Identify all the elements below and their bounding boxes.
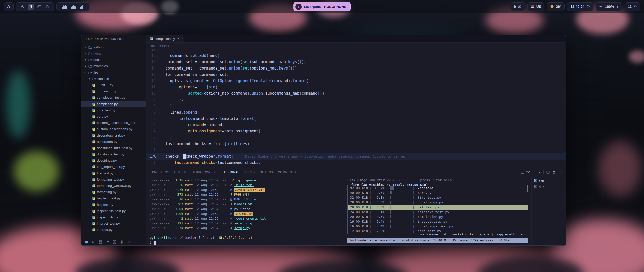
- tree-item-inspectutils-py[interactable]: inspectutils.py: [81, 214, 146, 220]
- tree-item-formatting-windows-py[interactable]: formatting_windows.py: [81, 183, 146, 189]
- tree-item-core-test-py[interactable]: core_test.py: [81, 107, 146, 113]
- tree-item-completion-test-py[interactable]: completion_test.py: [81, 94, 146, 101]
- code-text: ): [161, 134, 172, 141]
- terminal-dua[interactable]: Disk Usage Analyzer v2.29.2(press ? for …: [344, 176, 531, 245]
- file-row-col: matt: [185, 207, 195, 211]
- tree-item-fire-test-py[interactable]: fire_test.py: [81, 170, 146, 176]
- workspace-1[interactable]: [19, 4, 26, 10]
- search-icon[interactable]: [91, 240, 96, 244]
- line-number: 176: [146, 153, 161, 160]
- terminal-session-dua[interactable]: dua: [532, 184, 566, 190]
- folder-icon: [88, 46, 92, 49]
- graph-bar: [78, 6, 78, 9]
- kill-terminal-button[interactable]: [552, 171, 556, 174]
- file-row-col: 2: [173, 217, 185, 220]
- panel-tab-problems[interactable]: PROBLEMS: [150, 168, 172, 176]
- panel-tab-gitlens[interactable]: GITLENS: [257, 168, 276, 176]
- code-editor[interactable]: 17 """16 commands_set.add(name)15 comman…: [146, 49, 566, 168]
- notifications-widget[interactable]: 11: [625, 2, 640, 11]
- explorer-more-actions-icon[interactable]: ⋯: [138, 37, 142, 41]
- circle-accent-icon[interactable]: [84, 240, 89, 244]
- tree-item-formatting-test-py[interactable]: formatting_test.py: [81, 176, 146, 183]
- tree-item-decorators-py[interactable]: decorators.py: [81, 139, 146, 145]
- panel-tab-ports[interactable]: PORTS: [242, 168, 257, 176]
- graph-bar: [75, 6, 76, 9]
- panel-tab-debug-console[interactable]: DEBUG CONSOLE: [189, 168, 221, 176]
- line-number: 6: [146, 116, 161, 122]
- terminal-fish[interactable]: .rw-r--r-- 1.2k matt 12 Aug 12:32 -- ⎇ .…: [146, 176, 344, 245]
- tree-item-inspectutils-test-py[interactable]: inspectutils_test.py: [81, 208, 146, 214]
- tree-item-docstrings-fuzz-test-py[interactable]: docstrings_fuzz_test.py: [81, 145, 146, 151]
- tree-item-formatting-py[interactable]: formatting.py: [81, 189, 146, 195]
- tree-item-console[interactable]: console: [81, 76, 146, 82]
- chevron-down-icon[interactable]: [127, 240, 131, 244]
- tree-item-venv[interactable]: .venv: [81, 50, 146, 57]
- file-name: MANIFEST.in: [234, 197, 256, 201]
- file-row-col: 12 Aug 12:32: [195, 226, 223, 230]
- app-launcher-button[interactable]: A: [4, 2, 14, 11]
- line-number: 2: [146, 141, 161, 147]
- tree-item-helptext-test-py[interactable]: helptext_test.py: [81, 195, 146, 201]
- folder-icon[interactable]: [105, 240, 110, 244]
- python-icon: [92, 165, 95, 168]
- tree-item-main-py[interactable]: __main__.py: [81, 88, 146, 94]
- file-name: mkdocs.yml: [234, 202, 254, 206]
- explorer-header: EXPLORER: PYTHON-FIRE ⋯: [81, 35, 146, 43]
- dua-percent: 3.4%: [373, 219, 384, 224]
- tree-item-completion-py[interactable]: completion.py: [81, 101, 146, 107]
- shell-prompt-input[interactable]: ❯: [150, 240, 344, 245]
- weather-widget[interactable]: 29°: [547, 2, 565, 11]
- updates-widget[interactable]: 9: [511, 2, 525, 11]
- panel-tab-terminal[interactable]: TERMINAL: [221, 168, 242, 176]
- new-terminal-button[interactable]: +: [533, 170, 535, 174]
- file-name: README.md: [234, 212, 253, 216]
- python-icon: [92, 178, 95, 181]
- tree-item-docstrings-py[interactable]: docstrings.py: [81, 157, 146, 164]
- volume-widget[interactable]: 100%: [596, 2, 622, 11]
- panel-tab-comments[interactable]: COMMENTS: [275, 168, 298, 176]
- workspace-4[interactable]: [44, 4, 51, 10]
- grid-icon[interactable]: [112, 240, 117, 244]
- graph-bar: [80, 7, 81, 9]
- book-icon[interactable]: [98, 240, 103, 244]
- tree-item-interact-test-py[interactable]: interact_test.py: [81, 220, 146, 227]
- tab-completion-py[interactable]: completion.py ●: [146, 35, 183, 42]
- tree-item-label: custom_descriptions.py: [97, 127, 132, 131]
- tree-item-decorators-test-py[interactable]: decorators_test.py: [81, 132, 146, 139]
- terminal-dropdown-icon[interactable]: [538, 171, 541, 174]
- breadcrumb[interactable]: no elements: [146, 43, 566, 49]
- gear-icon[interactable]: [119, 240, 124, 244]
- split-terminal-button[interactable]: [546, 171, 550, 174]
- terminal-session-fish[interactable]: fish: [532, 178, 566, 184]
- code-line: 17 """: [146, 49, 566, 53]
- tree-item-core-py[interactable]: core.py: [81, 113, 146, 120]
- microphone-icon: [616, 5, 619, 9]
- tree-item-custom-descriptions-py[interactable]: custom_descriptions.py: [81, 126, 146, 132]
- workspace-2[interactable]: N: [28, 4, 34, 10]
- workspace-3[interactable]: [36, 4, 42, 10]
- tree-item-docstrings-test-py[interactable]: docstrings_test.py: [81, 151, 146, 157]
- tree-item-custom-descriptions-test[interactable]: custom_descriptions_test…: [81, 120, 146, 126]
- keyboard-layout-widget[interactable]: US: [527, 2, 544, 11]
- tree-item-github[interactable]: .github: [81, 44, 146, 50]
- tree-item-interact-py[interactable]: interact.py: [81, 227, 146, 233]
- terminal-profile-button[interactable]: fish: [521, 170, 530, 174]
- file-row-col: .rw-r--r--: [150, 217, 173, 220]
- python-icon: [92, 197, 95, 200]
- system-graph-widget[interactable]: [56, 2, 90, 11]
- tree-item-helptext-py[interactable]: helptext.py: [81, 201, 146, 208]
- python-icon: [92, 228, 95, 231]
- panel-more-actions-icon[interactable]: ⋯: [558, 170, 562, 174]
- media-player-widget[interactable]: ♪ Lazerpunk - ROBOPHONK: [293, 2, 351, 11]
- clock-widget[interactable]: 12:40:24: [567, 2, 593, 11]
- tree-item-examples[interactable]: examples: [81, 63, 146, 69]
- tree-item-fire-import-test-py[interactable]: fire_import_test.py: [81, 164, 146, 170]
- tree-item-docs[interactable]: docs: [81, 57, 146, 63]
- file-row: .rw-r--r-- 307 matt 12 Aug 12:32 -- ! mk…: [150, 202, 344, 207]
- graph-bar: [84, 6, 84, 9]
- code-text: opts_assignment=opts_assignment): [161, 128, 261, 134]
- tree-item-fire[interactable]: fire: [81, 69, 146, 76]
- file-row-col: --: [223, 197, 228, 201]
- tree-item-init-py[interactable]: __init__.py: [81, 82, 146, 88]
- panel-tab-output[interactable]: OUTPUT: [172, 168, 189, 176]
